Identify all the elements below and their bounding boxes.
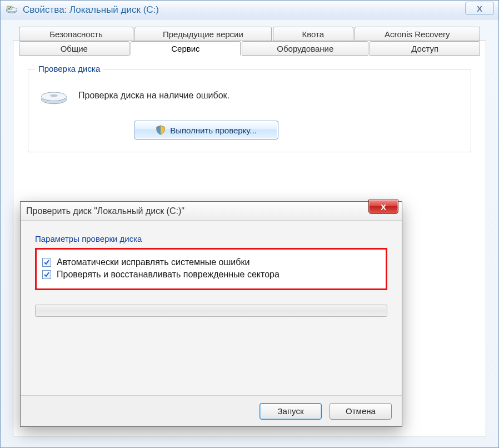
tab-quota[interactable]: Квота — [273, 27, 353, 41]
close-icon: X — [477, 4, 482, 13]
check-now-button[interactable]: Выполнить проверку... — [134, 121, 278, 140]
tab-row-1: Безопасность Предыдущие версии Квота Acr… — [19, 27, 480, 41]
disk-check-group: Проверка диска Проверка диска на наличие… — [28, 69, 471, 152]
dialog-title: Проверить диск "Локальный диск (C:)" — [26, 206, 184, 216]
shield-icon — [156, 125, 166, 135]
harddisk-icon — [38, 85, 69, 106]
checkbox-fix-errors[interactable]: Автоматически исправлять системные ошибк… — [42, 257, 380, 267]
tab-acronis[interactable]: Acronis Recovery — [355, 27, 480, 41]
titlebar[interactable]: Свойства: Локальный диск (C:) X — [1, 1, 498, 19]
start-button[interactable]: Запуск — [260, 403, 322, 420]
dialog-footer: Запуск Отмена — [21, 395, 402, 426]
group-desc: Проверка диска на наличие ошибок. — [78, 91, 229, 101]
checkbox-scan-sectors[interactable]: Проверять и восстанавливать поврежденные… — [42, 270, 380, 280]
tab-sharing[interactable]: Доступ — [370, 41, 480, 56]
check-disk-dialog: Проверить диск "Локальный диск (C:)" X П… — [20, 201, 402, 427]
window-title: Свойства: Локальный диск (C:) — [23, 4, 159, 16]
svg-point-5 — [50, 94, 58, 97]
tab-row-2: Общие Сервис Оборудование Доступ — [19, 41, 480, 56]
close-button[interactable]: X — [465, 2, 494, 15]
checkbox-label: Проверять и восстанавливать поврежденные… — [57, 270, 280, 280]
tab-tools[interactable]: Сервис — [131, 41, 241, 56]
checkbox-label: Автоматически исправлять системные ошибк… — [57, 257, 250, 267]
check-icon — [43, 271, 50, 278]
group-desc-row: Проверка диска на наличие ошибок. — [38, 85, 461, 106]
dialog-titlebar[interactable]: Проверить диск "Локальный диск (C:)" X — [21, 202, 402, 221]
tab-security[interactable]: Безопасность — [19, 27, 133, 41]
check-icon — [43, 259, 50, 266]
progress-bar — [35, 305, 387, 317]
close-icon: X — [381, 202, 386, 212]
tab-general[interactable]: Общие — [19, 41, 129, 56]
dialog-close-button[interactable]: X — [368, 200, 398, 214]
cancel-button[interactable]: Отмена — [330, 403, 392, 420]
dialog-body: Параметры проверки диска Автоматически и… — [21, 221, 402, 325]
params-legend: Параметры проверки диска — [35, 234, 387, 243]
tab-prev-versions[interactable]: Предыдущие версии — [134, 27, 272, 41]
group-legend: Проверка диска — [35, 64, 103, 73]
drive-icon — [5, 4, 18, 16]
start-label: Запуск — [278, 406, 304, 416]
params-highlight: Автоматически исправлять системные ошибк… — [35, 248, 387, 290]
checkbox-icon — [42, 270, 51, 279]
checkbox-icon — [42, 258, 51, 267]
check-now-label: Выполнить проверку... — [170, 126, 257, 135]
cancel-label: Отмена — [346, 406, 376, 416]
tab-hardware[interactable]: Оборудование — [242, 41, 368, 56]
